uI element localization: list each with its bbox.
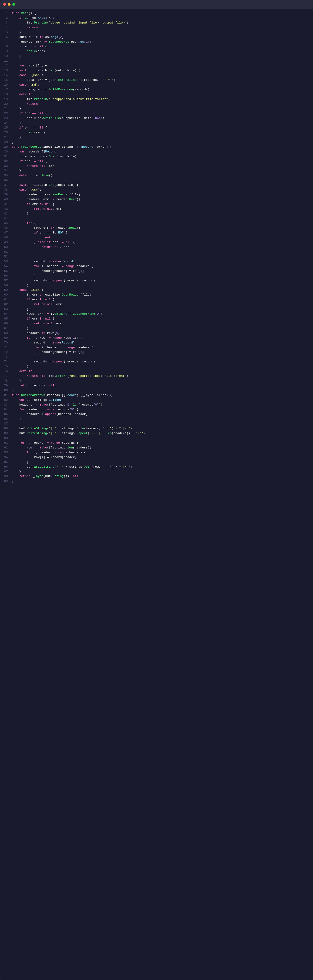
line-number: 14 <box>0 73 8 78</box>
line-number: 34 <box>0 169 8 173</box>
line-number: 87 <box>0 422 8 426</box>
line-number: 47 <box>0 231 8 235</box>
line-number: 53 <box>0 259 8 264</box>
line-number: 66 <box>0 321 8 326</box>
code-line: } <box>12 355 308 360</box>
line-number: 96 <box>0 465 8 469</box>
code-line: return nil, err <box>12 321 308 326</box>
code-line: return []byte(buf.String()), nil <box>12 474 308 479</box>
code-line: return nil, err <box>12 245 308 250</box>
line-number: 78 <box>0 379 8 383</box>
line-number: 52 <box>0 255 8 259</box>
line-number: 43 <box>0 212 8 216</box>
line-number: 3 <box>0 21 8 25</box>
line-number: 57 <box>0 278 8 283</box>
line-number: 84 <box>0 407 8 412</box>
line-number: 28 <box>0 140 8 145</box>
line-number: 74 <box>0 360 8 364</box>
line-number: 18 <box>0 92 8 97</box>
line-number: 36 <box>0 178 8 183</box>
line-number: 13 <box>0 68 8 73</box>
code-line: } <box>12 121 308 126</box>
line-number: 44 <box>0 216 8 221</box>
code-line: var buf strings.Builder <box>12 398 308 402</box>
code-line: record[header] = row[i] <box>12 269 308 274</box>
line-number: 85 <box>0 412 8 417</box>
code-line: return records, nil <box>12 383 308 388</box>
code-line: if err != nil { <box>12 44 308 49</box>
code-line: record[header] = row[i] <box>12 350 308 355</box>
line-number: 64 <box>0 312 8 317</box>
code-line: default: <box>12 92 308 97</box>
code-line: rows, err := f.GetRows(f.GetSheetName(0)… <box>12 312 308 317</box>
code-line: data, err = buildMarkdown(records) <box>12 88 308 92</box>
line-number: 23 <box>0 116 8 121</box>
code-line: } <box>12 326 308 331</box>
line-number: 26 <box>0 130 8 135</box>
line-number: 29 <box>0 145 8 150</box>
line-number: 71 <box>0 345 8 350</box>
code-line: return nil, err <box>12 302 308 307</box>
line-number: 32 <box>0 159 8 164</box>
code-line: } <box>12 30 308 35</box>
minimize-button[interactable] <box>8 3 11 6</box>
code-line <box>12 422 308 426</box>
code-line: fmt.Println("Unsupported output file for… <box>12 97 308 102</box>
line-number: 95 <box>0 460 8 465</box>
line-number: 41 <box>0 202 8 207</box>
code-line: row, err := reader.Read() <box>12 226 308 231</box>
code-line: } <box>12 107 308 111</box>
line-number: 7 <box>0 40 8 45</box>
line-number: 62 <box>0 302 8 307</box>
line-number: 35 <box>0 173 8 178</box>
line-number: 93 <box>0 450 8 455</box>
code-line <box>12 255 308 259</box>
line-number: 73 <box>0 355 8 360</box>
line-number: 42 <box>0 207 8 212</box>
line-number: 91 <box>0 441 8 445</box>
code-line: record := make(Record) <box>12 259 308 264</box>
code-line: } <box>12 379 308 383</box>
code-line: } <box>12 274 308 278</box>
code-line: case ".json": <box>12 73 308 78</box>
code-line: case ".xlsx": <box>12 288 308 293</box>
line-number: 33 <box>0 164 8 169</box>
code-line: panic(err) <box>12 130 308 135</box>
code-window: 1234567891011121314151617181920212223242… <box>0 0 313 980</box>
code-line: return nil, fmt.Errorf("unsupported inpu… <box>12 374 308 379</box>
code-line: for _, row := range rows[1:] { <box>12 336 308 340</box>
line-number: 19 <box>0 97 8 102</box>
code-line: if err != nil { <box>12 126 308 130</box>
close-button[interactable] <box>3 3 6 6</box>
line-number: 50 <box>0 245 8 250</box>
code-line: func main() { <box>12 11 308 16</box>
line-number: 88 <box>0 426 8 431</box>
maximize-button[interactable] <box>12 3 15 6</box>
code-line: } <box>12 388 308 393</box>
line-number: 80 <box>0 388 8 393</box>
code-line: case ".md": <box>12 83 308 88</box>
line-number: 89 <box>0 431 8 436</box>
line-number: 98 <box>0 474 8 479</box>
line-number: 17 <box>0 88 8 92</box>
line-number: 90 <box>0 436 8 441</box>
line-number: 45 <box>0 221 8 226</box>
code-line: if err == io.EOF { <box>12 231 308 235</box>
code-line: row := make([]string, len(headers)) <box>12 445 308 450</box>
code-line: record := make(Record) <box>12 340 308 345</box>
code-line: if err != nil { <box>12 298 308 302</box>
line-number: 55 <box>0 269 8 274</box>
code-line: var data []byte <box>12 64 308 68</box>
line-number: 77 <box>0 374 8 379</box>
line-number: 4 <box>0 25 8 30</box>
line-number: 99 <box>0 479 8 484</box>
line-number: 30 <box>0 150 8 154</box>
code-line: break <box>12 235 308 240</box>
line-number: 22 <box>0 111 8 116</box>
line-number: 51 <box>0 250 8 255</box>
line-number: 38 <box>0 188 8 192</box>
line-number: 1 <box>0 11 8 16</box>
line-number: 6 <box>0 35 8 40</box>
code-line: return nil, err <box>12 207 308 212</box>
code-line: return nil, err <box>12 164 308 169</box>
